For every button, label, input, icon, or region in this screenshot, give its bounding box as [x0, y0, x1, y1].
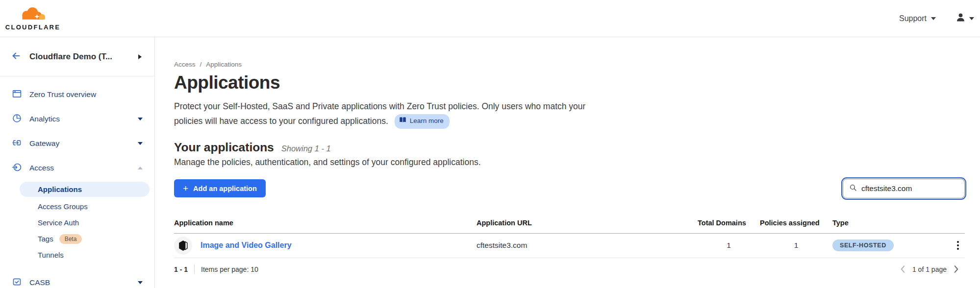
support-label: Support: [899, 14, 927, 23]
page-info: 1 of 1 page: [912, 265, 947, 273]
add-application-label: Add an application: [193, 185, 257, 192]
sidebar-item-tags[interactable]: Tags Beta: [0, 231, 154, 247]
col-policies-assigned: Policies assigned: [760, 219, 832, 227]
policies-assigned-value: 1: [760, 241, 832, 250]
main-content: Access / Applications Applications Prote…: [155, 37, 980, 288]
learn-more-label: Learn more: [410, 116, 444, 127]
table-row: Image and Video Gallery cftestsite3.com …: [174, 234, 965, 258]
sidebar-item-label: Gateway: [29, 139, 59, 148]
sidebar: Cloudflare Demo (T... Zero Trust overvie…: [0, 37, 155, 288]
plus-icon: +: [183, 184, 188, 193]
sidebar-item-analytics[interactable]: Analytics: [0, 107, 154, 131]
chevron-up-icon[interactable]: [138, 167, 143, 169]
showing-count: Showing 1 - 1: [281, 144, 331, 153]
beta-badge: Beta: [59, 234, 82, 244]
account-name: Cloudflare Demo (T...: [29, 52, 112, 62]
sidebar-item-zero-trust-overview[interactable]: Zero Trust overview: [0, 82, 154, 107]
sidebar-item-tunnels[interactable]: Tunnels: [0, 247, 154, 263]
access-login-icon: [12, 162, 22, 174]
breadcrumb-separator: /: [200, 61, 202, 68]
sidebar-item-service-auth[interactable]: Service Auth: [0, 215, 154, 231]
page-title: Applications: [174, 72, 965, 93]
section-subtitle: Manage the policies, authentication, and…: [174, 157, 965, 168]
breadcrumb-access[interactable]: Access: [174, 61, 196, 68]
breadcrumb: Access / Applications: [174, 61, 965, 68]
account-switcher[interactable]: Cloudflare Demo (T...: [0, 37, 154, 76]
search-input[interactable]: [861, 184, 958, 193]
sidebar-item-label: Zero Trust overview: [29, 90, 96, 99]
sidebar-item-applications[interactable]: Applications: [20, 182, 150, 197]
type-badge: SELF-HOSTED: [832, 240, 894, 251]
sidebar-subitem-label: Tunnels: [38, 251, 64, 259]
divider: [194, 264, 195, 274]
pagination-range: 1 - 1: [174, 265, 188, 273]
sidebar-item-gateway[interactable]: Gateway: [0, 131, 154, 156]
description-text: Protect your Self-Hosted, SaaS and Priva…: [174, 101, 585, 126]
sidebar-subitem-label: Tags: [38, 235, 53, 243]
application-url: cftestsite3.com: [477, 241, 698, 250]
table-header: Application name Application URL Total D…: [174, 213, 965, 234]
search-icon: [849, 184, 857, 193]
col-type: Type: [832, 219, 941, 227]
sidebar-item-casb[interactable]: CASB: [0, 270, 154, 288]
items-per-page: Items per page: 10: [201, 265, 258, 273]
cloudflare-cloud-icon: [16, 6, 50, 23]
previous-page-icon[interactable]: [900, 265, 905, 273]
pie-chart-icon: [12, 113, 22, 125]
support-menu[interactable]: Support: [899, 14, 936, 23]
application-search[interactable]: [843, 179, 965, 198]
row-actions-kebab-icon[interactable]: [957, 241, 965, 250]
add-application-button[interactable]: + Add an application: [174, 179, 266, 197]
col-application-url: Application URL: [477, 219, 698, 227]
chevron-down-icon: [969, 17, 974, 20]
book-icon: [399, 116, 406, 127]
user-icon: [955, 12, 966, 24]
chevron-down-icon[interactable]: [138, 281, 143, 284]
next-page-icon[interactable]: [954, 265, 959, 273]
gateway-icon: [12, 138, 22, 150]
chevron-down-icon: [931, 17, 936, 20]
cloudflare-wordmark: CLOUDFLARE: [5, 24, 61, 31]
sidebar-item-label: Access: [29, 164, 54, 172]
top-bar: CLOUDFLARE Support: [0, 0, 980, 37]
sidebar-item-label: CASB: [29, 278, 50, 287]
chevron-down-icon[interactable]: [138, 142, 143, 145]
page-description: Protect your Self-Hosted, SaaS and Priva…: [174, 99, 615, 129]
sidebar-subitem-label: Service Auth: [38, 218, 79, 227]
breadcrumb-applications[interactable]: Applications: [206, 61, 242, 68]
back-arrow-icon[interactable]: [11, 50, 22, 63]
sidebar-subitem-label: Access Groups: [38, 202, 88, 211]
sidebar-item-access[interactable]: Access: [0, 156, 154, 180]
total-domains-value: 1: [698, 241, 760, 250]
pagination: 1 - 1 Items per page: 10 1 of 1 page: [174, 258, 965, 281]
sidebar-subitem-label: Applications: [38, 185, 82, 193]
learn-more-button[interactable]: Learn more: [395, 114, 450, 129]
cloudflare-logo[interactable]: CLOUDFLARE: [7, 6, 58, 31]
application-link[interactable]: Image and Video Gallery: [201, 241, 292, 250]
sidebar-item-label: Analytics: [29, 115, 60, 123]
chevron-right-icon[interactable]: [138, 54, 142, 59]
casb-check-icon: [12, 277, 22, 288]
col-application-name: Application name: [174, 219, 477, 227]
col-total-domains: Total Domains: [698, 219, 760, 227]
section-title: Your applications: [174, 141, 274, 154]
user-menu[interactable]: [955, 12, 974, 24]
chevron-down-icon[interactable]: [138, 118, 143, 120]
window-icon: [12, 89, 22, 101]
app-cube-icon: [174, 237, 192, 255]
sidebar-item-access-groups[interactable]: Access Groups: [0, 198, 154, 215]
